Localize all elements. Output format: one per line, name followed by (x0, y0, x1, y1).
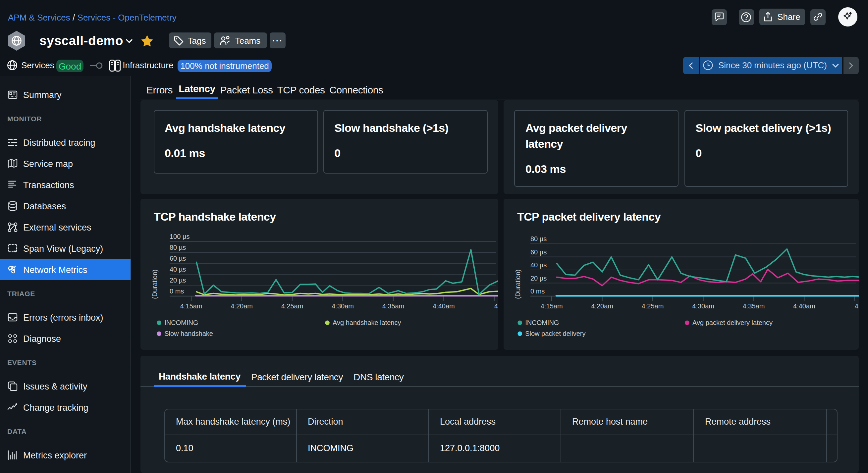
svg-text:INCOMING: INCOMING (525, 319, 559, 326)
svg-text:4:: 4: (855, 303, 859, 310)
svg-text:4:35am: 4:35am (382, 303, 404, 310)
svg-text:40 µs: 40 µs (169, 266, 186, 273)
svg-text:Avg packet delivery latency: Avg packet delivery latency (692, 319, 773, 326)
svg-text:40 µs: 40 µs (530, 261, 547, 269)
svg-text:4:20am: 4:20am (230, 303, 252, 310)
svg-text:4:40am: 4:40am (432, 303, 455, 310)
svg-text:4:30am: 4:30am (692, 303, 714, 310)
svg-text:100 µs: 100 µs (169, 233, 189, 240)
svg-text:80 µs: 80 µs (530, 235, 547, 243)
svg-text:0 ms: 0 ms (169, 287, 184, 295)
svg-text:0 ms: 0 ms (530, 287, 545, 295)
svg-text:(Duration): (Duration) (514, 270, 522, 299)
svg-text:4:15am: 4:15am (180, 303, 202, 310)
svg-text:4:30am: 4:30am (331, 303, 353, 310)
svg-text:4:: 4: (494, 303, 498, 310)
svg-text:4:15am: 4:15am (541, 303, 563, 310)
svg-text:60 µs: 60 µs (169, 255, 186, 262)
svg-text:20 µs: 20 µs (169, 277, 186, 284)
svg-text:Slow packet delivery: Slow packet delivery (525, 330, 585, 337)
svg-text:4:20am: 4:20am (591, 303, 613, 310)
svg-text:80 µs: 80 µs (169, 244, 186, 251)
svg-text:INCOMING: INCOMING (164, 319, 198, 326)
svg-text:4:25am: 4:25am (281, 303, 303, 310)
svg-text:Avg handshake latency: Avg handshake latency (332, 319, 401, 326)
svg-text:4:25am: 4:25am (642, 303, 664, 310)
svg-text:Slow handshake: Slow handshake (164, 330, 213, 337)
svg-text:4:35am: 4:35am (743, 303, 765, 310)
svg-text:(Duration): (Duration) (151, 270, 158, 299)
svg-text:20 µs: 20 µs (530, 275, 547, 282)
svg-text:4:40am: 4:40am (793, 303, 815, 310)
svg-text:60 µs: 60 µs (530, 248, 547, 256)
